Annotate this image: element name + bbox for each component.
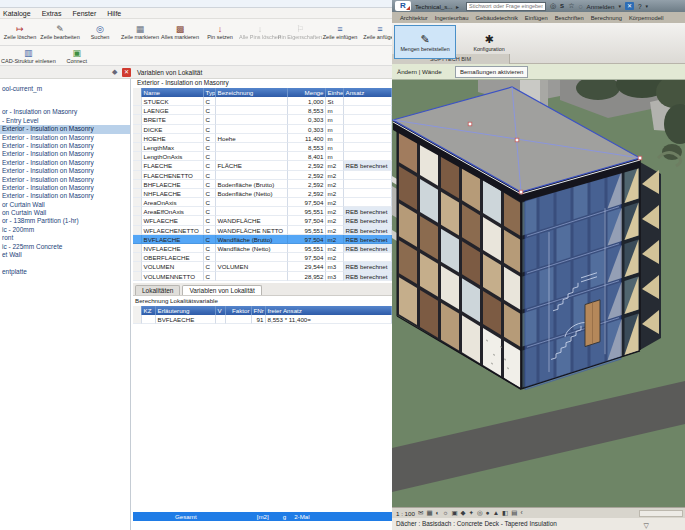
table-row[interactable]: BVFLAECHECWandfläche (Brutto)97,504m2REB… [133, 235, 392, 244]
row-selector[interactable] [133, 198, 142, 207]
table-row[interactable]: OBERFLAECHEC97,504m2 [133, 253, 392, 262]
view-control-icon[interactable]: ✉ [418, 508, 423, 518]
tree-item[interactable]: or - Insulation on Masonry [0, 108, 130, 116]
column-header[interactable]: KZ [142, 306, 156, 315]
column-header[interactable]: FNr [252, 306, 266, 315]
signin-dropdown-icon[interactable]: ▾ [618, 3, 621, 9]
subscription-icon[interactable]: S [560, 3, 564, 9]
column-header[interactable]: V [216, 306, 226, 315]
table-row[interactable]: FLAECHENETTOC2,592m2 [133, 171, 392, 180]
row-selector[interactable] [133, 315, 142, 324]
row-selector[interactable] [133, 134, 142, 143]
3d-viewport[interactable] [392, 80, 685, 507]
view-control-icon[interactable]: ◆ [461, 508, 466, 518]
tree-item[interactable]: or - 138mm Partition (1-hr) [0, 217, 130, 225]
view-scale[interactable]: 1 : 100 [396, 510, 415, 517]
tree-item[interactable]: entplatte [0, 268, 130, 276]
search-binoculars-icon[interactable]: ◎ [550, 2, 556, 10]
help-dropdown-icon[interactable]: ▾ [646, 3, 649, 9]
column-header[interactable]: Typ [204, 88, 216, 97]
toolbar-button[interactable]: ≡Zeile anfügen [360, 19, 392, 45]
tab-architektur[interactable]: Architektur [400, 15, 428, 21]
search-input[interactable] [466, 2, 546, 11]
view-control-icon[interactable]: ● [486, 508, 490, 518]
horizontal-scrollbar[interactable] [639, 510, 683, 517]
row-selector[interactable] [133, 189, 142, 198]
table-row[interactable]: NHFLAECHECBodenfläche (Netto)2,592m2 [133, 189, 392, 198]
tree-item[interactable]: Exterior - Insulation on Masonry [0, 142, 130, 150]
row-selector[interactable] [133, 115, 142, 124]
tree-item[interactable]: ic - 225mm Concrete [0, 243, 130, 251]
row-selector[interactable] [133, 97, 142, 106]
filter-icon[interactable]: ▽ [644, 520, 649, 530]
tab-gebäudetechnik[interactable]: Gebäudetechnik [476, 15, 518, 21]
view-control-icon[interactable]: ▦ [426, 508, 432, 518]
tree-item[interactable]: Exterior - Insulation on Masonry [0, 184, 130, 192]
ribbon-button[interactable]: ✎Mengen bereitstellen [394, 25, 456, 59]
tree-item[interactable]: on Curtain Wall [0, 209, 130, 217]
close-icon[interactable]: ✕ [122, 68, 131, 77]
view-control-icon[interactable]: ▤ [511, 508, 517, 518]
tree-item[interactable]: or Curtain Wall [0, 201, 130, 209]
tree-item[interactable]: ic - 200mm [0, 226, 130, 234]
table-row[interactable]: BREITEC0,303m [133, 115, 392, 124]
toolbar-button[interactable]: ▣Connect [57, 48, 97, 64]
table-row[interactable]: VOLUMENCVOLUMEN29,544m3REB berechnet [133, 262, 392, 271]
table-row[interactable]: NVFLAECHECWandfläche (Netto)95,551m2REB … [133, 244, 392, 253]
toolbar-button[interactable]: ▦Zeile markieren [120, 19, 160, 45]
tab-körpermodell[interactable]: Körpermodell [629, 15, 663, 21]
pin-icon[interactable]: ◆ [112, 68, 117, 76]
row-selector[interactable] [133, 244, 142, 253]
table-row[interactable]: STUECKC1,000St [133, 97, 392, 106]
menu-item-extras[interactable]: Extras [42, 10, 62, 17]
row-selector[interactable] [133, 235, 142, 244]
tab-active[interactable]: Variablen von Lokalität [182, 285, 261, 295]
tree-item[interactable]: Exterior - Insulation on Masonry [0, 150, 130, 158]
view-control-icon[interactable]: ▲ [493, 508, 499, 518]
signin-button[interactable]: Anmelden [587, 3, 615, 10]
tree-item[interactable]: Exterior - Insulation on Masonry [0, 125, 130, 133]
tab-beschriften[interactable]: Beschriften [555, 15, 584, 21]
table-row[interactable]: DICKEC0,303m [133, 125, 392, 134]
ribbon-button[interactable]: ✱Konfiguration [458, 25, 520, 59]
column-header[interactable]: Einheit [326, 88, 344, 97]
table-row[interactable]: LengthOnAxisC8,401m [133, 152, 392, 161]
tree-item[interactable]: Exterior - Insulation on Masonry [0, 134, 130, 142]
column-header[interactable]: freier Ansatz [266, 306, 392, 315]
tab-ingenieurbau[interactable]: Ingenieurbau [435, 15, 469, 21]
tree-item[interactable]: Exterior - Insulation on Masonry [0, 176, 130, 184]
column-header[interactable]: Faktor [226, 306, 252, 315]
table-row[interactable]: VOLUMENNETTOC28,952m3REB berechnet [133, 272, 392, 281]
toolbar-button[interactable]: ✎Zeile bearbeiten [40, 19, 80, 45]
table-row[interactable]: AreaOnAxisC97,504m2 [133, 198, 392, 207]
column-header[interactable]: Bezeichnung [216, 88, 288, 97]
row-selector[interactable] [133, 161, 142, 170]
tab-einfügen[interactable]: Einfügen [525, 15, 548, 21]
toolbar-button[interactable]: ◎Suchen [80, 19, 120, 45]
row-selector[interactable] [133, 207, 142, 216]
row-selector[interactable] [133, 143, 142, 152]
row-selector[interactable] [133, 216, 142, 225]
column-header[interactable]: Menge [288, 88, 326, 97]
row-selector[interactable] [133, 262, 142, 271]
favorites-star-icon[interactable]: ☆ [568, 2, 574, 10]
selected-wall[interactable] [525, 167, 621, 390]
row-selector[interactable] [133, 152, 142, 161]
table-row[interactable]: HOEHECHoehe11,400m [133, 134, 392, 143]
view-control-icon[interactable]: ◎ [477, 508, 483, 518]
row-selector[interactable] [133, 171, 142, 180]
row-selector[interactable] [133, 253, 142, 262]
row-selector[interactable] [133, 272, 142, 281]
calc-row[interactable]: BVFLAECHE918,553 * 11,400= [133, 315, 392, 324]
activate-dimensions-button[interactable]: Bemaßungen aktivieren [455, 66, 528, 78]
exchange-apps-icon[interactable]: ✕ [625, 2, 634, 10]
toolbar-button[interactable]: ≡Zeile einfügen [320, 19, 360, 45]
tree-item[interactable]: Exterior - Insulation on Masonry [0, 192, 130, 200]
toolbar-button[interactable]: ↓Pin setzen [200, 19, 240, 45]
view-control-icon[interactable]: ✦ [469, 508, 474, 518]
row-selector[interactable] [133, 106, 142, 115]
toolbar-button[interactable]: ▩Alles markieren [160, 19, 200, 45]
toolbar-button[interactable]: ▥CAD-Struktur einlesen [0, 48, 57, 64]
table-row[interactable]: LengthMaxC8,553m [133, 143, 392, 152]
tree-item[interactable]: ront [0, 234, 130, 242]
